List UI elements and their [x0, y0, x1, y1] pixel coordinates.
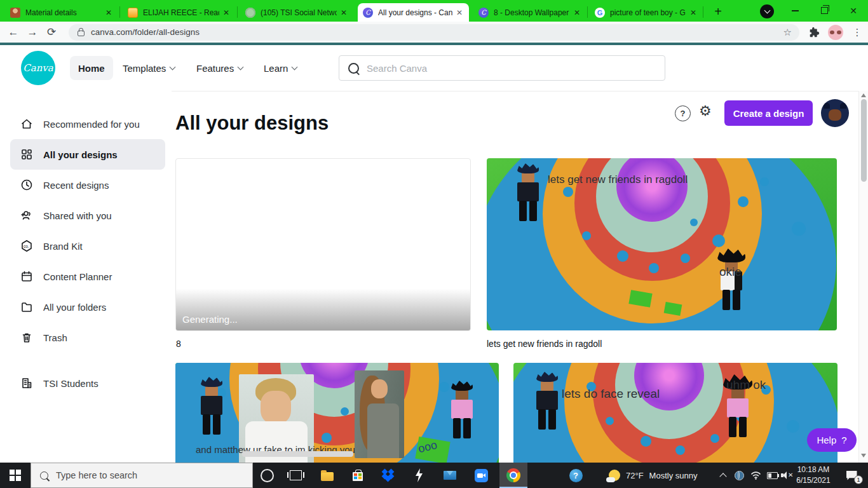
sidebar-item-label: All your designs: [43, 149, 118, 160]
tab-title: Material details: [25, 8, 102, 17]
sidebar-item-label: Recent designs: [43, 180, 109, 191]
nav-label: Features: [196, 63, 234, 74]
file-explorer-button[interactable]: [313, 463, 341, 488]
tab-close-icon[interactable]: ✕: [104, 8, 113, 17]
url-text[interactable]: canva.com/folder/all-designs: [91, 27, 783, 37]
scroll-up-icon[interactable]: [861, 93, 866, 97]
user-avatar[interactable]: [821, 99, 849, 127]
zoom-button[interactable]: [467, 463, 495, 488]
browser-tab-5[interactable]: 8 - Desktop Wallpaper ✕: [473, 3, 587, 22]
tab-close-icon[interactable]: ✕: [222, 8, 231, 17]
minimize-button[interactable]: [780, 0, 810, 21]
bookmark-star-icon[interactable]: ☆: [783, 27, 792, 38]
nav-home[interactable]: Home: [70, 56, 113, 80]
store-button[interactable]: [344, 463, 372, 488]
sidebar-item-label: Content Planner: [43, 271, 112, 282]
kebab-menu-icon: ⋮: [853, 27, 862, 38]
help-circle-button[interactable]: ?: [675, 105, 691, 121]
design-thumbnail-ragdoll[interactable]: lets get new friends in ragdoll okie: [487, 158, 837, 330]
mail-button[interactable]: [436, 463, 464, 488]
sidebar-item-content-planner[interactable]: Content Planner: [10, 261, 165, 292]
design-caption: lets get new friends in ragdoll: [487, 339, 602, 349]
design-thumbnail-generating[interactable]: Generating...: [175, 158, 471, 331]
maximize-button[interactable]: [810, 0, 839, 21]
create-design-button[interactable]: Create a design: [724, 100, 813, 126]
nav-templates[interactable]: Templates: [114, 56, 183, 80]
taskbar-search-input[interactable]: [55, 470, 252, 481]
help-button[interactable]: Help ?: [807, 428, 857, 452]
canva-logo[interactable]: Canva: [21, 51, 55, 85]
nav-features[interactable]: Features: [188, 56, 251, 80]
browser-tab-6[interactable]: picture of teen boy - G ✕: [590, 3, 703, 22]
scrollbar-thumb[interactable]: [861, 99, 867, 182]
mail-icon: [444, 471, 456, 480]
close-window-button[interactable]: ✕: [839, 0, 868, 21]
design-caption: 8: [176, 339, 181, 349]
video-camera-icon: [475, 469, 488, 482]
address-bar[interactable]: canva.com/folder/all-designs ☆: [69, 24, 799, 41]
scroll-down-icon[interactable]: [861, 454, 866, 458]
canva-sidebar: Recommended for you All your designs Rec…: [0, 91, 172, 463]
avatar-art: [840, 103, 846, 109]
taskbar-clock[interactable]: 10:18 AM 6/15/2021: [793, 464, 834, 486]
search-icon: [348, 63, 359, 74]
new-tab-button[interactable]: +: [709, 3, 727, 20]
sidebar-item-tsi-students[interactable]: TSI Students: [10, 368, 165, 398]
lock-icon: [78, 30, 85, 36]
get-help-button[interactable]: ?: [562, 463, 590, 488]
sidebar-item-recent[interactable]: Recent designs: [10, 170, 165, 200]
browser-tab-active[interactable]: All your designs - Can ✕: [358, 3, 469, 22]
action-center-button[interactable]: 1: [839, 463, 864, 488]
cortana-button[interactable]: [253, 463, 281, 488]
taskbar-search[interactable]: [31, 463, 253, 488]
sidebar-item-folders[interactable]: All your folders: [10, 292, 165, 322]
generating-status: Generating...: [182, 314, 238, 325]
browser-tab-2[interactable]: ELIJAH REECE - Readi ✕: [123, 3, 236, 22]
sidebar-item-trash[interactable]: Trash: [10, 322, 165, 353]
cortana-icon: [261, 469, 274, 482]
search-input[interactable]: [365, 62, 665, 74]
calendar-icon: [20, 270, 33, 283]
chrome-button[interactable]: [499, 463, 527, 488]
tab-close-icon[interactable]: ✕: [689, 8, 698, 17]
start-button[interactable]: [0, 463, 31, 488]
sidebar-item-shared[interactable]: Shared with you: [10, 200, 165, 231]
tab-close-icon[interactable]: ✕: [455, 8, 464, 17]
weather-widget[interactable]: 72°F Mostly sunny: [609, 463, 717, 488]
canva-header: Canva Home Templates Features Learn ? ⚙ …: [0, 45, 868, 92]
forward-button[interactable]: →: [23, 26, 42, 39]
restore-icon: [821, 7, 828, 14]
chrome-toolbar: ← → ⟳ canva.com/folder/all-designs ☆ ⋮: [0, 22, 868, 43]
sidebar-item-all-designs[interactable]: All your designs: [10, 139, 165, 170]
chat-text: uhm ok: [726, 378, 766, 392]
nav-learn[interactable]: Learn: [255, 56, 305, 80]
back-button[interactable]: ←: [4, 26, 23, 39]
reload-button[interactable]: ⟳: [42, 25, 61, 39]
chrome-menu-button[interactable]: ⋮: [846, 27, 868, 38]
windows-logo-icon: [10, 470, 21, 481]
browser-tab-3[interactable]: (105) TSI Social Netwo ✕: [240, 3, 353, 22]
help-button-label: Help: [817, 435, 836, 445]
tab-close-icon[interactable]: ✕: [573, 8, 581, 17]
profile-avatar[interactable]: [825, 25, 846, 40]
svg-text:co.: co.: [24, 244, 29, 248]
task-view-button[interactable]: [281, 463, 309, 488]
chevron-down-icon: [238, 64, 244, 71]
canva-favicon: [363, 8, 373, 18]
browser-tab-1[interactable]: Material details ✕: [5, 3, 118, 22]
settings-gear-button[interactable]: ⚙: [699, 103, 712, 119]
app-bolt-button[interactable]: [405, 463, 433, 488]
canva-search[interactable]: [339, 55, 665, 81]
tab-search-button[interactable]: [760, 4, 774, 18]
sidebar-item-brand-kit[interactable]: co. Brand Kit: [10, 231, 165, 261]
dropbox-button[interactable]: [374, 463, 402, 488]
material-details-favicon: [10, 8, 20, 18]
extensions-button[interactable]: [803, 27, 825, 37]
sidebar-item-recommended[interactable]: Recommended for you: [10, 109, 165, 139]
page-scrollbar[interactable]: [858, 91, 868, 463]
network-status[interactable]: [731, 463, 747, 488]
wifi-status[interactable]: [747, 463, 764, 488]
tray-expand-button[interactable]: [715, 463, 731, 488]
tab-close-icon[interactable]: ✕: [339, 8, 348, 17]
tab-title: All your designs - Can: [378, 8, 452, 17]
